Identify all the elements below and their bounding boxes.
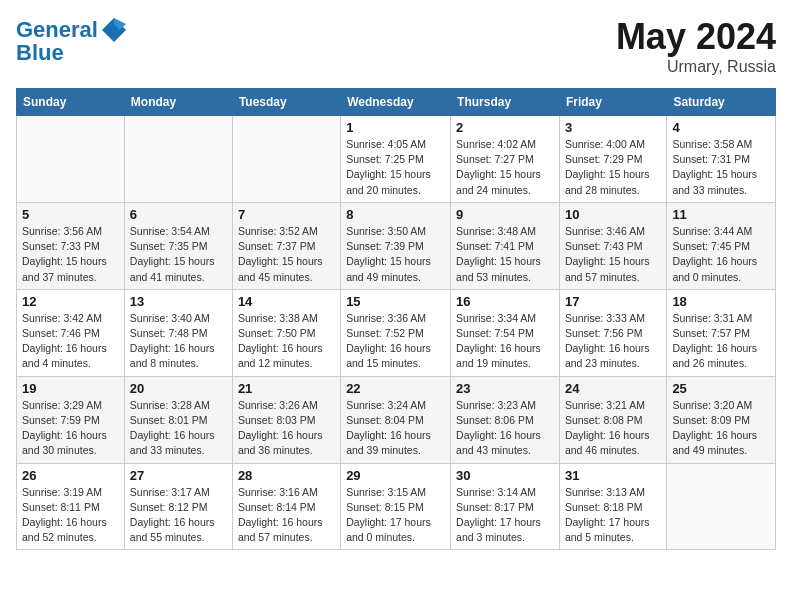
day-info: Sunrise: 3:17 AM Sunset: 8:12 PM Dayligh… <box>130 485 227 546</box>
calendar-cell: 20Sunrise: 3:28 AM Sunset: 8:01 PM Dayli… <box>124 376 232 463</box>
day-info: Sunrise: 3:48 AM Sunset: 7:41 PM Dayligh… <box>456 224 554 285</box>
day-number: 13 <box>130 294 227 309</box>
day-info: Sunrise: 4:00 AM Sunset: 7:29 PM Dayligh… <box>565 137 661 198</box>
day-info: Sunrise: 3:20 AM Sunset: 8:09 PM Dayligh… <box>672 398 770 459</box>
calendar-cell: 25Sunrise: 3:20 AM Sunset: 8:09 PM Dayli… <box>667 376 776 463</box>
day-info: Sunrise: 3:19 AM Sunset: 8:11 PM Dayligh… <box>22 485 119 546</box>
calendar-cell: 23Sunrise: 3:23 AM Sunset: 8:06 PM Dayli… <box>451 376 560 463</box>
calendar-cell: 30Sunrise: 3:14 AM Sunset: 8:17 PM Dayli… <box>451 463 560 550</box>
title-block: May 2024 Urmary, Russia <box>616 16 776 76</box>
calendar-week-row: 1Sunrise: 4:05 AM Sunset: 7:25 PM Daylig… <box>17 116 776 203</box>
day-number: 23 <box>456 381 554 396</box>
day-info: Sunrise: 3:58 AM Sunset: 7:31 PM Dayligh… <box>672 137 770 198</box>
day-info: Sunrise: 3:14 AM Sunset: 8:17 PM Dayligh… <box>456 485 554 546</box>
calendar-cell <box>232 116 340 203</box>
logo: General Blue <box>16 16 128 66</box>
calendar-cell: 11Sunrise: 3:44 AM Sunset: 7:45 PM Dayli… <box>667 202 776 289</box>
day-info: Sunrise: 3:54 AM Sunset: 7:35 PM Dayligh… <box>130 224 227 285</box>
calendar-cell: 9Sunrise: 3:48 AM Sunset: 7:41 PM Daylig… <box>451 202 560 289</box>
day-number: 4 <box>672 120 770 135</box>
day-number: 6 <box>130 207 227 222</box>
day-info: Sunrise: 3:31 AM Sunset: 7:57 PM Dayligh… <box>672 311 770 372</box>
day-info: Sunrise: 3:34 AM Sunset: 7:54 PM Dayligh… <box>456 311 554 372</box>
day-number: 12 <box>22 294 119 309</box>
calendar-cell: 21Sunrise: 3:26 AM Sunset: 8:03 PM Dayli… <box>232 376 340 463</box>
calendar-cell: 24Sunrise: 3:21 AM Sunset: 8:08 PM Dayli… <box>559 376 666 463</box>
day-number: 27 <box>130 468 227 483</box>
weekday-header-cell: Thursday <box>451 89 560 116</box>
weekday-header-cell: Wednesday <box>341 89 451 116</box>
day-number: 7 <box>238 207 335 222</box>
calendar-cell: 1Sunrise: 4:05 AM Sunset: 7:25 PM Daylig… <box>341 116 451 203</box>
day-number: 29 <box>346 468 445 483</box>
calendar-cell: 16Sunrise: 3:34 AM Sunset: 7:54 PM Dayli… <box>451 289 560 376</box>
calendar-cell: 27Sunrise: 3:17 AM Sunset: 8:12 PM Dayli… <box>124 463 232 550</box>
day-number: 18 <box>672 294 770 309</box>
calendar-week-row: 26Sunrise: 3:19 AM Sunset: 8:11 PM Dayli… <box>17 463 776 550</box>
day-number: 24 <box>565 381 661 396</box>
day-number: 9 <box>456 207 554 222</box>
calendar-cell: 5Sunrise: 3:56 AM Sunset: 7:33 PM Daylig… <box>17 202 125 289</box>
calendar-title: May 2024 <box>616 16 776 58</box>
calendar-cell: 19Sunrise: 3:29 AM Sunset: 7:59 PM Dayli… <box>17 376 125 463</box>
day-info: Sunrise: 3:56 AM Sunset: 7:33 PM Dayligh… <box>22 224 119 285</box>
day-info: Sunrise: 4:02 AM Sunset: 7:27 PM Dayligh… <box>456 137 554 198</box>
day-number: 19 <box>22 381 119 396</box>
calendar-cell: 29Sunrise: 3:15 AM Sunset: 8:15 PM Dayli… <box>341 463 451 550</box>
calendar-cell <box>124 116 232 203</box>
calendar-week-row: 19Sunrise: 3:29 AM Sunset: 7:59 PM Dayli… <box>17 376 776 463</box>
calendar-cell: 10Sunrise: 3:46 AM Sunset: 7:43 PM Dayli… <box>559 202 666 289</box>
calendar-cell: 28Sunrise: 3:16 AM Sunset: 8:14 PM Dayli… <box>232 463 340 550</box>
calendar-body: 1Sunrise: 4:05 AM Sunset: 7:25 PM Daylig… <box>17 116 776 550</box>
day-info: Sunrise: 3:50 AM Sunset: 7:39 PM Dayligh… <box>346 224 445 285</box>
day-number: 31 <box>565 468 661 483</box>
logo-icon <box>100 16 128 44</box>
calendar-cell: 13Sunrise: 3:40 AM Sunset: 7:48 PM Dayli… <box>124 289 232 376</box>
day-info: Sunrise: 3:29 AM Sunset: 7:59 PM Dayligh… <box>22 398 119 459</box>
calendar-location: Urmary, Russia <box>616 58 776 76</box>
day-number: 21 <box>238 381 335 396</box>
day-info: Sunrise: 3:24 AM Sunset: 8:04 PM Dayligh… <box>346 398 445 459</box>
calendar-cell <box>667 463 776 550</box>
day-info: Sunrise: 3:26 AM Sunset: 8:03 PM Dayligh… <box>238 398 335 459</box>
day-info: Sunrise: 3:40 AM Sunset: 7:48 PM Dayligh… <box>130 311 227 372</box>
calendar-table: SundayMondayTuesdayWednesdayThursdayFrid… <box>16 88 776 550</box>
calendar-cell: 18Sunrise: 3:31 AM Sunset: 7:57 PM Dayli… <box>667 289 776 376</box>
day-number: 17 <box>565 294 661 309</box>
logo-text: General <box>16 19 98 41</box>
day-info: Sunrise: 4:05 AM Sunset: 7:25 PM Dayligh… <box>346 137 445 198</box>
calendar-cell: 3Sunrise: 4:00 AM Sunset: 7:29 PM Daylig… <box>559 116 666 203</box>
day-info: Sunrise: 3:36 AM Sunset: 7:52 PM Dayligh… <box>346 311 445 372</box>
day-info: Sunrise: 3:42 AM Sunset: 7:46 PM Dayligh… <box>22 311 119 372</box>
weekday-header-cell: Tuesday <box>232 89 340 116</box>
day-number: 15 <box>346 294 445 309</box>
day-number: 26 <box>22 468 119 483</box>
calendar-cell: 8Sunrise: 3:50 AM Sunset: 7:39 PM Daylig… <box>341 202 451 289</box>
day-info: Sunrise: 3:21 AM Sunset: 8:08 PM Dayligh… <box>565 398 661 459</box>
day-info: Sunrise: 3:44 AM Sunset: 7:45 PM Dayligh… <box>672 224 770 285</box>
day-info: Sunrise: 3:16 AM Sunset: 8:14 PM Dayligh… <box>238 485 335 546</box>
page-header: General Blue May 2024 Urmary, Russia <box>16 16 776 76</box>
calendar-cell: 12Sunrise: 3:42 AM Sunset: 7:46 PM Dayli… <box>17 289 125 376</box>
day-info: Sunrise: 3:13 AM Sunset: 8:18 PM Dayligh… <box>565 485 661 546</box>
day-number: 22 <box>346 381 445 396</box>
day-number: 5 <box>22 207 119 222</box>
calendar-cell: 26Sunrise: 3:19 AM Sunset: 8:11 PM Dayli… <box>17 463 125 550</box>
calendar-week-row: 5Sunrise: 3:56 AM Sunset: 7:33 PM Daylig… <box>17 202 776 289</box>
day-info: Sunrise: 3:15 AM Sunset: 8:15 PM Dayligh… <box>346 485 445 546</box>
day-info: Sunrise: 3:38 AM Sunset: 7:50 PM Dayligh… <box>238 311 335 372</box>
calendar-cell: 31Sunrise: 3:13 AM Sunset: 8:18 PM Dayli… <box>559 463 666 550</box>
day-number: 16 <box>456 294 554 309</box>
day-info: Sunrise: 3:23 AM Sunset: 8:06 PM Dayligh… <box>456 398 554 459</box>
day-number: 8 <box>346 207 445 222</box>
calendar-week-row: 12Sunrise: 3:42 AM Sunset: 7:46 PM Dayli… <box>17 289 776 376</box>
weekday-header-cell: Sunday <box>17 89 125 116</box>
day-number: 3 <box>565 120 661 135</box>
calendar-cell <box>17 116 125 203</box>
calendar-cell: 22Sunrise: 3:24 AM Sunset: 8:04 PM Dayli… <box>341 376 451 463</box>
calendar-cell: 14Sunrise: 3:38 AM Sunset: 7:50 PM Dayli… <box>232 289 340 376</box>
day-number: 25 <box>672 381 770 396</box>
day-number: 1 <box>346 120 445 135</box>
calendar-cell: 7Sunrise: 3:52 AM Sunset: 7:37 PM Daylig… <box>232 202 340 289</box>
day-info: Sunrise: 3:28 AM Sunset: 8:01 PM Dayligh… <box>130 398 227 459</box>
